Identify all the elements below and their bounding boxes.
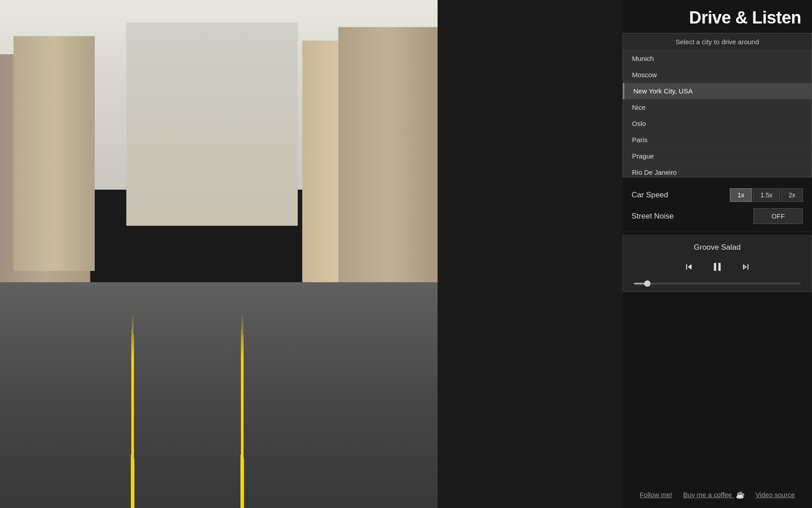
pause-icon: [710, 260, 724, 274]
city-item-new-york[interactable]: New York City, USA: [623, 83, 812, 99]
speed-1x-button[interactable]: 1x: [730, 188, 752, 202]
city-selector: Select a city to drive around MunichMosc…: [623, 33, 812, 177]
street-noise-toggle[interactable]: OFF: [753, 208, 803, 224]
city-item-rio[interactable]: Rio De Janeiro: [623, 164, 812, 177]
follow-link[interactable]: Follow me!: [640, 491, 673, 499]
city-list: MunichMoscowNew York City, USANiceOsloPa…: [623, 51, 812, 177]
prev-button[interactable]: [682, 260, 696, 274]
city-item-nice[interactable]: Nice: [623, 99, 812, 116]
road-line-left: [131, 312, 134, 508]
app-title: Drive & Listen: [623, 0, 812, 33]
progress-bar[interactable]: [634, 283, 801, 284]
pause-button[interactable]: [709, 258, 726, 275]
city-item-moscow[interactable]: Moscow: [623, 67, 812, 83]
road-line-right: [240, 312, 244, 508]
coffee-label: Buy me a coffee: [683, 491, 732, 499]
progress-knob[interactable]: [644, 280, 651, 287]
building-left-far: [14, 36, 95, 271]
coffee-link[interactable]: Buy me a coffee ☕: [683, 490, 744, 499]
city-item-prague[interactable]: Prague: [623, 148, 812, 164]
speed-buttons: 1x 1.5x 2x: [730, 188, 803, 202]
car-speed-label: Car Speed: [632, 191, 668, 200]
music-player: Groove Salad: [623, 235, 812, 292]
city-item-paris[interactable]: Paris: [623, 132, 812, 148]
music-station-title: Groove Salad: [632, 243, 803, 252]
street-noise-row: Street Noise OFF: [632, 208, 803, 224]
footer-links: Follow me! Buy me a coffee ☕ Video sourc…: [623, 481, 812, 508]
street-scene: [0, 0, 438, 508]
video-source-link[interactable]: Video source: [756, 491, 795, 499]
city-selector-header: Select a city to drive around: [623, 33, 812, 51]
player-controls: [632, 258, 803, 275]
city-item-oslo[interactable]: Oslo: [623, 116, 812, 132]
building-center: [126, 23, 298, 226]
next-icon: [740, 261, 751, 272]
prev-icon: [683, 261, 694, 272]
speed-2x-button[interactable]: 2x: [781, 188, 803, 202]
city-item-munich[interactable]: Munich: [623, 51, 812, 67]
street-noise-label: Street Noise: [632, 212, 674, 221]
controls-section: Car Speed 1x 1.5x 2x Street Noise OFF: [623, 181, 812, 232]
speed-1-5x-button[interactable]: 1.5x: [753, 188, 780, 202]
next-button[interactable]: [738, 260, 753, 274]
coffee-icon: ☕: [736, 490, 745, 499]
car-speed-row: Car Speed 1x 1.5x 2x: [632, 188, 803, 202]
road: [0, 282, 438, 508]
right-panel: Drive & Listen Select a city to drive ar…: [623, 0, 812, 508]
